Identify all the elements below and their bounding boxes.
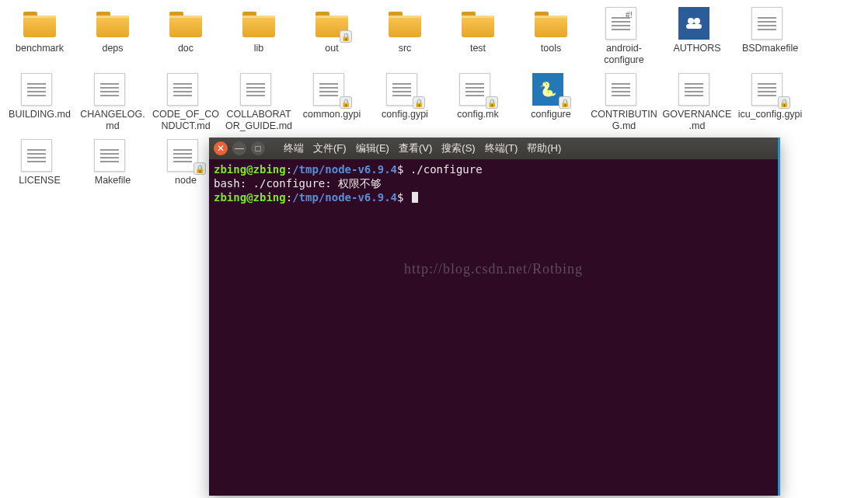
svg-rect-4 — [96, 16, 129, 37]
folder-icon — [21, 7, 58, 41]
desktop-icon[interactable]: CHANGELOG.md — [77, 73, 148, 132]
desktop-icon-label: config.mk — [457, 109, 499, 120]
desktop-icon[interactable]: CODE_OF_CONDUCT.md — [150, 73, 221, 132]
terminal-body[interactable]: http://blog.csdn.net/Rotbing zbing@zbing… — [209, 159, 778, 496]
desktop-icon[interactable]: test — [442, 7, 514, 66]
desktop-icon[interactable]: src — [369, 7, 441, 66]
desktop-icon-label: BSDmakefile — [742, 43, 798, 54]
text-file-icon — [605, 73, 643, 107]
terminal-menu-item[interactable]: 编辑(E) — [353, 140, 392, 157]
desktop-icon[interactable]: AUTHORS — [661, 7, 733, 66]
window-maximize-button[interactable]: □ — [251, 141, 265, 155]
desktop-icon[interactable]: COLLABORATOR_GUIDE.md — [223, 73, 295, 132]
desktop-icon[interactable]: GOVERNANCE.md — [661, 73, 733, 132]
svg-rect-23 — [535, 16, 567, 18]
desktop-icon-label: test — [470, 43, 486, 54]
svg-rect-7 — [169, 16, 202, 37]
desktop-icon-label: icu_config.gypi — [738, 109, 803, 120]
text-file-icon — [751, 7, 789, 41]
folder-icon — [459, 7, 497, 41]
desktop-icon[interactable]: BUILDING.md — [4, 73, 75, 132]
desktop-icon[interactable]: tools — [515, 7, 587, 66]
desktop-icon[interactable]: 🔒config.gypi — [369, 73, 441, 132]
terminal-window[interactable]: ✕ — □ 终端文件(F)编辑(E)查看(V)搜索(S)终端(T)帮助(H) h… — [209, 138, 780, 496]
desktop-icon[interactable]: 🔒configure — [515, 73, 587, 132]
terminal-titlebar[interactable]: ✕ — □ 终端文件(F)编辑(E)查看(V)搜索(S)终端(T)帮助(H) — [209, 138, 778, 159]
terminal-output-line: bash: ./configure: 权限不够 — [214, 176, 773, 190]
desktop-icon[interactable]: doc — [150, 7, 221, 66]
prompt-path: /tmp/node-v6.9.4 — [292, 163, 397, 176]
folder-icon — [94, 7, 131, 41]
script-file-icon: #! — [605, 7, 643, 41]
lock-badge-icon: 🔒 — [340, 30, 352, 43]
terminal-menu-item[interactable]: 查看(V) — [396, 140, 435, 157]
text-file-icon: 🔒 — [459, 73, 497, 107]
desktop-icon-label: tools — [541, 43, 561, 54]
desktop-icon[interactable]: CONTRIBUTING.md — [588, 73, 660, 132]
svg-rect-20 — [462, 16, 494, 18]
desktop-icon[interactable]: 🔒out — [296, 7, 368, 66]
authors-icon — [678, 7, 716, 41]
desktop-icon[interactable]: lib — [223, 7, 295, 66]
terminal-prompt-line: zbing@zbing:/tmp/node-v6.9.4$ ./configur… — [214, 162, 773, 176]
text-file-icon — [21, 139, 58, 173]
desktop-icon-label: node — [175, 175, 197, 186]
window-close-button[interactable]: ✕ — [214, 141, 228, 155]
window-minimize-button[interactable]: — — [232, 141, 246, 155]
desktop-icon-label: CHANGELOG.md — [78, 109, 148, 132]
desktop-icon-label: deps — [102, 43, 123, 54]
svg-rect-17 — [389, 16, 421, 18]
desktop-icon[interactable]: 🔒icu_config.gypi — [734, 73, 806, 132]
folder-icon — [532, 7, 570, 41]
text-file-icon: 🔒 — [751, 73, 789, 107]
desktop-icon[interactable]: BSDmakefile — [734, 7, 806, 66]
desktop-icon[interactable]: deps — [77, 7, 148, 66]
terminal-menu-item[interactable]: 终端(T) — [482, 140, 521, 157]
desktop-icon-label: CODE_OF_CONDUCT.md — [151, 109, 221, 132]
desktop-icon[interactable]: Makefile — [77, 139, 148, 186]
svg-rect-19 — [462, 16, 494, 37]
terminal-menu-item[interactable]: 文件(F) — [310, 140, 350, 157]
desktop-icon-label: configure — [531, 109, 570, 120]
desktop-icon-label: out — [325, 43, 338, 54]
desktop-icon-label: AUTHORS — [673, 43, 720, 54]
terminal-menu-item[interactable]: 终端 — [281, 140, 307, 157]
desktop-icon-label: benchmark — [16, 43, 64, 54]
prompt-path: /tmp/node-v6.9.4 — [292, 191, 397, 204]
svg-rect-2 — [23, 16, 56, 18]
desktop-icon-label: BUILDING.md — [9, 109, 71, 120]
folder-icon — [386, 7, 424, 41]
text-file-icon — [94, 73, 131, 107]
text-file-icon — [167, 73, 204, 107]
desktop-icon[interactable]: benchmark — [4, 7, 75, 66]
terminal-menu-item[interactable]: 帮助(H) — [524, 140, 564, 157]
svg-rect-5 — [96, 16, 129, 18]
prompt-user: zbing@zbing — [214, 163, 286, 176]
terminal-menubar: 终端文件(F)编辑(E)查看(V)搜索(S)终端(T)帮助(H) — [281, 140, 564, 157]
desktop-icon[interactable]: #! android-configure — [588, 7, 660, 66]
svg-rect-10 — [242, 16, 275, 37]
text-file-icon — [240, 73, 277, 107]
terminal-prompt-line: zbing@zbing:/tmp/node-v6.9.4$ — [214, 190, 773, 204]
text-file-icon: 🔒 — [386, 73, 424, 107]
text-file-icon — [21, 73, 58, 107]
desktop-icon[interactable]: LICENSE — [4, 139, 75, 186]
folder-icon — [240, 7, 277, 41]
svg-point-25 — [694, 18, 700, 24]
desktop-icon-label: src — [399, 43, 412, 54]
lock-badge-icon: 🔒 — [778, 96, 790, 109]
prompt-user: zbing@zbing — [214, 191, 286, 204]
text-file-icon — [678, 73, 716, 107]
svg-rect-14 — [315, 16, 348, 18]
desktop-icon-label: GOVERNANCE.md — [662, 109, 732, 132]
lock-badge-icon: 🔒 — [340, 96, 352, 109]
terminal-cursor — [412, 192, 418, 203]
terminal-menu-item[interactable]: 搜索(S) — [438, 140, 478, 157]
terminal-command: ./configure — [410, 163, 483, 176]
desktop-icon[interactable]: 🔒common.gypi — [296, 73, 368, 132]
lock-badge-icon: 🔒 — [559, 96, 571, 109]
text-file-icon — [94, 139, 131, 173]
desktop-icon[interactable]: 🔒config.mk — [442, 73, 514, 132]
text-file-icon: 🔒 — [167, 139, 204, 173]
desktop-icon-label: CONTRIBUTING.md — [589, 109, 659, 132]
